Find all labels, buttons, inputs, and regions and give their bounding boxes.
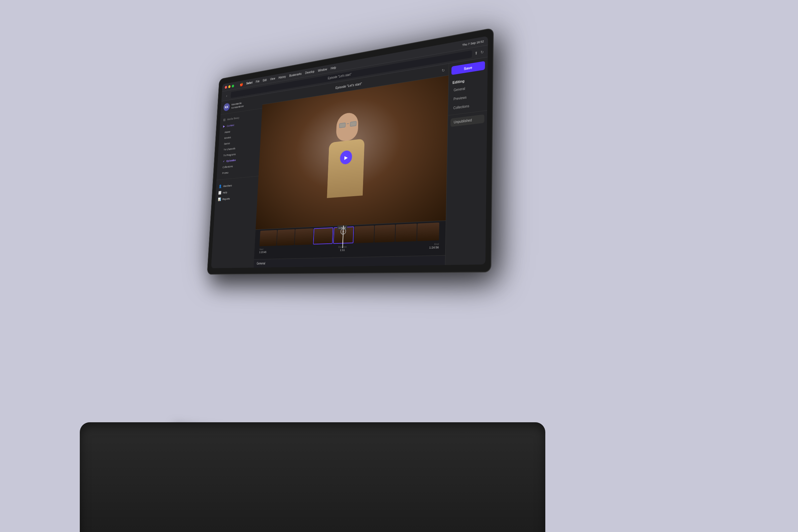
content-arrow-icon: ▶ xyxy=(223,125,226,128)
check-icon: ✓ xyxy=(223,160,225,163)
timeline-start: Start 1:23:45 xyxy=(259,248,267,254)
reports-icon: 📊 xyxy=(218,197,221,202)
end-label: End xyxy=(429,242,439,246)
right-menu-unpublished[interactable]: Unpublished xyxy=(451,114,484,127)
history-menu[interactable]: History xyxy=(278,75,286,79)
timeline-thumb-8 xyxy=(395,224,417,242)
reload-icon[interactable]: ↻ xyxy=(480,50,484,55)
glasses-right-lens xyxy=(350,121,357,127)
timeline-thumb-4 xyxy=(313,227,334,244)
apple-menu[interactable]: 🍎 xyxy=(240,82,243,87)
back-button[interactable]: ‹ xyxy=(224,92,229,99)
timeline-thumb-3 xyxy=(294,228,313,245)
glasses xyxy=(339,121,357,128)
media-library-section: ▤ Media library ▶ Content Home xyxy=(216,108,262,179)
scrubber-icon: ⟳ xyxy=(342,229,344,233)
timeline-end: End 1:24:56 xyxy=(429,242,439,249)
right-panel: Save Editing General Previews Collection… xyxy=(445,57,488,265)
edit-menu[interactable]: Edit xyxy=(263,78,267,82)
fullscreen-button[interactable] xyxy=(232,84,234,88)
window-menu[interactable]: Window xyxy=(318,68,327,73)
glasses-left-lens xyxy=(339,122,345,128)
page-title: Episode "Let's start" xyxy=(328,73,352,80)
save-button[interactable]: Save xyxy=(451,61,485,75)
system-status: Thu 7 Sep 16:52 xyxy=(462,40,484,47)
timeline-thumb-6 xyxy=(354,225,374,243)
duration-value: 1:11 xyxy=(340,248,345,252)
minimize-button[interactable] xyxy=(228,85,230,88)
help-menu[interactable]: Help xyxy=(330,66,336,70)
datetime: Thu 7 Sep 16:52 xyxy=(462,40,484,47)
user-name: Konstantin Konstantinov xyxy=(231,101,244,110)
header-right: ↻ xyxy=(441,68,445,73)
content-title: Episode "Let's start" xyxy=(336,81,362,90)
person-head xyxy=(336,112,359,142)
timeline-thumb-9 xyxy=(417,223,439,241)
browser-icons: ⬆ ↻ xyxy=(474,50,484,56)
view-menu[interactable]: View xyxy=(270,77,275,81)
avatar: KK xyxy=(224,103,230,111)
media-library-icon: ▤ xyxy=(223,118,226,122)
rock-base xyxy=(80,422,545,532)
main-content: Episode "Let's start" ↻ xyxy=(254,64,449,268)
start-value: 1:23:45 xyxy=(259,250,266,254)
bookmarks-menu[interactable]: Bookmarks xyxy=(289,72,302,77)
timeline-thumb-2 xyxy=(277,229,294,246)
bottom-nav: 👤 Members ⬜ Help 📊 Reports xyxy=(215,177,259,205)
help-icon: ⬜ xyxy=(218,191,222,195)
refresh-icon[interactable]: ↻ xyxy=(441,68,445,73)
glasses-bridge xyxy=(346,124,349,125)
timeline-thumb-7 xyxy=(374,225,395,242)
file-menu[interactable]: File xyxy=(256,80,260,83)
develop-menu[interactable]: Develop xyxy=(305,70,314,75)
safari-menu[interactable]: Safari xyxy=(246,81,252,85)
share-icon[interactable]: ⬆ xyxy=(474,51,478,56)
close-button[interactable] xyxy=(225,86,227,89)
person-body xyxy=(327,139,364,198)
timeline-thumb-1 xyxy=(259,230,277,246)
members-icon: 👤 xyxy=(219,185,222,189)
end-value: 1:24:56 xyxy=(429,246,439,249)
